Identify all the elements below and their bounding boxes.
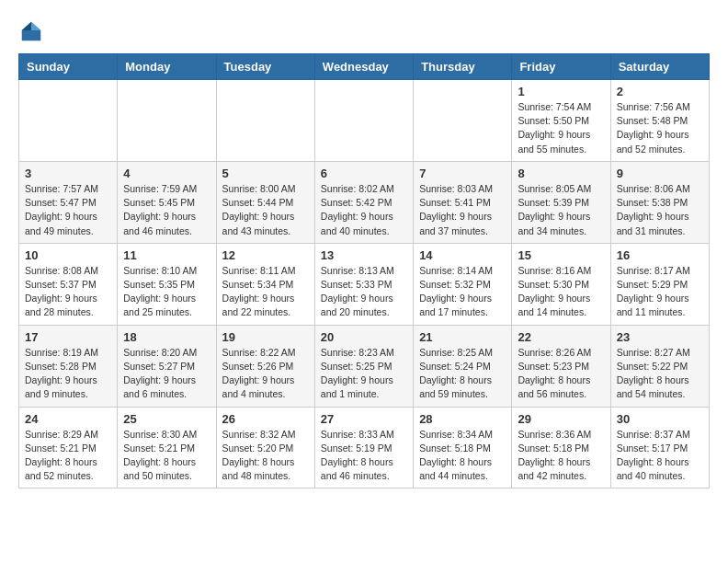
day-info: Sunrise: 8:03 AM Sunset: 5:41 PM Dayligh… [419, 182, 506, 238]
calendar-cell: 3Sunrise: 7:57 AM Sunset: 5:47 PM Daylig… [19, 161, 118, 243]
day-number: 19 [222, 330, 309, 344]
calendar-cell [118, 80, 216, 162]
calendar-cell: 11Sunrise: 8:10 AM Sunset: 5:35 PM Dayli… [118, 243, 216, 325]
calendar-cell: 30Sunrise: 8:37 AM Sunset: 5:17 PM Dayli… [610, 407, 709, 488]
day-info: Sunrise: 8:25 AM Sunset: 5:24 PM Dayligh… [419, 346, 506, 402]
day-info: Sunrise: 8:26 AM Sunset: 5:23 PM Dayligh… [518, 346, 604, 402]
day-number: 27 [321, 412, 407, 426]
day-info: Sunrise: 7:57 AM Sunset: 5:47 PM Dayligh… [25, 182, 111, 238]
day-info: Sunrise: 8:34 AM Sunset: 5:18 PM Dayligh… [419, 428, 506, 484]
calendar-cell: 9Sunrise: 8:06 AM Sunset: 5:38 PM Daylig… [610, 161, 709, 243]
day-header-wednesday: Wednesday [314, 54, 413, 80]
day-number: 18 [123, 330, 210, 344]
svg-marker-1 [31, 22, 40, 30]
calendar-cell: 17Sunrise: 8:19 AM Sunset: 5:28 PM Dayli… [19, 325, 118, 407]
svg-marker-2 [22, 22, 31, 30]
calendar-cell: 12Sunrise: 8:11 AM Sunset: 5:34 PM Dayli… [216, 243, 314, 325]
calendar-cell: 25Sunrise: 8:30 AM Sunset: 5:21 PM Dayli… [118, 407, 216, 488]
day-number: 24 [25, 412, 111, 426]
day-info: Sunrise: 8:10 AM Sunset: 5:35 PM Dayligh… [123, 264, 210, 320]
calendar-cell: 1Sunrise: 7:54 AM Sunset: 5:50 PM Daylig… [512, 80, 610, 162]
day-info: Sunrise: 8:20 AM Sunset: 5:27 PM Dayligh… [123, 346, 210, 402]
day-number: 29 [518, 412, 604, 426]
day-info: Sunrise: 7:56 AM Sunset: 5:48 PM Dayligh… [617, 100, 703, 156]
calendar-cell [414, 80, 512, 162]
calendar-cell: 2Sunrise: 7:56 AM Sunset: 5:48 PM Daylig… [610, 80, 709, 162]
day-number: 1 [518, 85, 604, 98]
day-info: Sunrise: 8:33 AM Sunset: 5:19 PM Dayligh… [321, 428, 407, 484]
day-number: 25 [123, 412, 210, 426]
calendar-cell: 13Sunrise: 8:13 AM Sunset: 5:33 PM Dayli… [314, 243, 413, 325]
day-number: 10 [25, 248, 111, 262]
day-number: 30 [617, 412, 703, 426]
day-number: 6 [321, 167, 407, 180]
day-info: Sunrise: 8:23 AM Sunset: 5:25 PM Dayligh… [321, 346, 407, 402]
calendar-cell: 28Sunrise: 8:34 AM Sunset: 5:18 PM Dayli… [414, 407, 512, 488]
day-info: Sunrise: 8:16 AM Sunset: 5:30 PM Dayligh… [518, 264, 604, 320]
day-number: 22 [518, 330, 604, 344]
calendar-table: SundayMondayTuesdayWednesdayThursdayFrid… [18, 53, 710, 488]
day-info: Sunrise: 7:59 AM Sunset: 5:45 PM Dayligh… [123, 182, 210, 238]
day-info: Sunrise: 8:17 AM Sunset: 5:29 PM Dayligh… [617, 264, 703, 320]
logo-icon [18, 18, 44, 44]
day-info: Sunrise: 8:32 AM Sunset: 5:20 PM Dayligh… [222, 428, 309, 484]
day-info: Sunrise: 8:05 AM Sunset: 5:39 PM Dayligh… [518, 182, 604, 238]
day-info: Sunrise: 8:11 AM Sunset: 5:34 PM Dayligh… [222, 264, 309, 320]
calendar-cell: 16Sunrise: 8:17 AM Sunset: 5:29 PM Dayli… [610, 243, 709, 325]
calendar-cell: 19Sunrise: 8:22 AM Sunset: 5:26 PM Dayli… [216, 325, 314, 407]
day-info: Sunrise: 8:27 AM Sunset: 5:22 PM Dayligh… [617, 346, 703, 402]
day-number: 5 [222, 167, 309, 180]
day-info: Sunrise: 8:37 AM Sunset: 5:17 PM Dayligh… [617, 428, 703, 484]
day-info: Sunrise: 8:08 AM Sunset: 5:37 PM Dayligh… [25, 264, 111, 320]
day-info: Sunrise: 8:02 AM Sunset: 5:42 PM Dayligh… [321, 182, 407, 238]
day-number: 8 [518, 167, 604, 180]
page-header [18, 18, 710, 44]
day-number: 14 [419, 248, 506, 262]
calendar-week-3: 10Sunrise: 8:08 AM Sunset: 5:37 PM Dayli… [19, 243, 710, 325]
day-number: 26 [222, 412, 309, 426]
day-number: 13 [321, 248, 407, 262]
day-header-saturday: Saturday [610, 54, 709, 80]
calendar-cell [314, 80, 413, 162]
calendar-cell: 7Sunrise: 8:03 AM Sunset: 5:41 PM Daylig… [414, 161, 512, 243]
calendar-cell: 20Sunrise: 8:23 AM Sunset: 5:25 PM Dayli… [314, 325, 413, 407]
day-info: Sunrise: 8:00 AM Sunset: 5:44 PM Dayligh… [222, 182, 309, 238]
logo [18, 18, 48, 44]
day-header-tuesday: Tuesday [216, 54, 314, 80]
day-number: 11 [123, 248, 210, 262]
day-info: Sunrise: 8:19 AM Sunset: 5:28 PM Dayligh… [25, 346, 111, 402]
calendar-week-4: 17Sunrise: 8:19 AM Sunset: 5:28 PM Dayli… [19, 325, 710, 407]
day-number: 7 [419, 167, 506, 180]
calendar-cell: 27Sunrise: 8:33 AM Sunset: 5:19 PM Dayli… [314, 407, 413, 488]
calendar-cell: 26Sunrise: 8:32 AM Sunset: 5:20 PM Dayli… [216, 407, 314, 488]
calendar-cell: 4Sunrise: 7:59 AM Sunset: 5:45 PM Daylig… [118, 161, 216, 243]
day-number: 9 [617, 167, 703, 180]
day-header-friday: Friday [512, 54, 610, 80]
day-number: 4 [123, 167, 210, 180]
calendar-week-2: 3Sunrise: 7:57 AM Sunset: 5:47 PM Daylig… [19, 161, 710, 243]
day-info: Sunrise: 8:14 AM Sunset: 5:32 PM Dayligh… [419, 264, 506, 320]
calendar-cell: 18Sunrise: 8:20 AM Sunset: 5:27 PM Dayli… [118, 325, 216, 407]
day-info: Sunrise: 8:06 AM Sunset: 5:38 PM Dayligh… [617, 182, 703, 238]
day-info: Sunrise: 8:29 AM Sunset: 5:21 PM Dayligh… [25, 428, 111, 484]
calendar-week-5: 24Sunrise: 8:29 AM Sunset: 5:21 PM Dayli… [19, 407, 710, 488]
day-info: Sunrise: 7:54 AM Sunset: 5:50 PM Dayligh… [518, 100, 604, 156]
calendar-cell: 10Sunrise: 8:08 AM Sunset: 5:37 PM Dayli… [19, 243, 118, 325]
calendar-cell: 15Sunrise: 8:16 AM Sunset: 5:30 PM Dayli… [512, 243, 610, 325]
calendar-header-row: SundayMondayTuesdayWednesdayThursdayFrid… [19, 54, 710, 80]
calendar-cell [19, 80, 118, 162]
day-header-sunday: Sunday [19, 54, 118, 80]
day-number: 16 [617, 248, 703, 262]
calendar-cell: 23Sunrise: 8:27 AM Sunset: 5:22 PM Dayli… [610, 325, 709, 407]
day-header-monday: Monday [118, 54, 216, 80]
calendar-cell: 24Sunrise: 8:29 AM Sunset: 5:21 PM Dayli… [19, 407, 118, 488]
calendar-cell: 21Sunrise: 8:25 AM Sunset: 5:24 PM Dayli… [414, 325, 512, 407]
day-info: Sunrise: 8:30 AM Sunset: 5:21 PM Dayligh… [123, 428, 210, 484]
calendar-cell [216, 80, 314, 162]
calendar-cell: 6Sunrise: 8:02 AM Sunset: 5:42 PM Daylig… [314, 161, 413, 243]
day-number: 28 [419, 412, 506, 426]
day-number: 3 [25, 167, 111, 180]
day-info: Sunrise: 8:36 AM Sunset: 5:18 PM Dayligh… [518, 428, 604, 484]
day-number: 21 [419, 330, 506, 344]
day-number: 23 [617, 330, 703, 344]
